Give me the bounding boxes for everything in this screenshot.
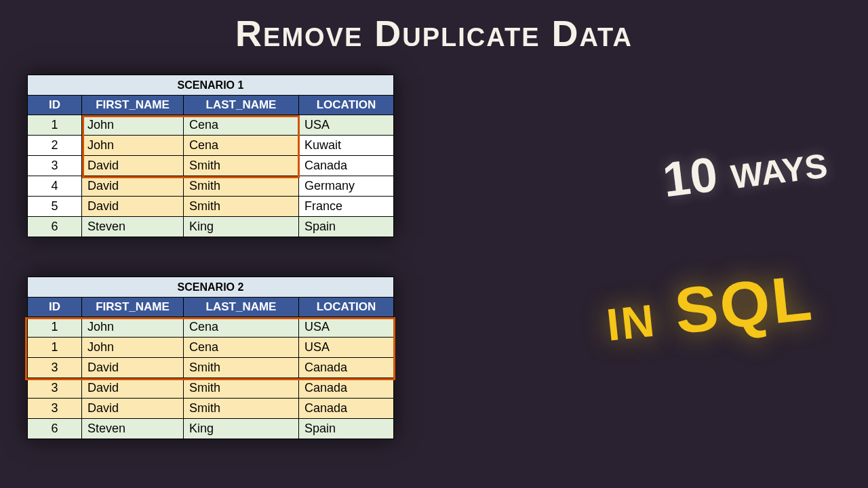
table-row: 1 John Cena USA (28, 338, 394, 358)
table-row: 3 David Smith Canada (28, 156, 394, 176)
page-title: Remove Duplicate Data (0, 0, 868, 54)
col-firstname: FIRST_NAME (82, 96, 184, 115)
table-row: 2 John Cena Kuwait (28, 136, 394, 156)
table-row: 6 Steven King Spain (28, 419, 394, 439)
table-row: 3 David Smith Canada (28, 358, 394, 378)
table-header-row: ID FIRST_NAME LAST_NAME LOCATION (28, 298, 394, 317)
col-location: LOCATION (299, 298, 394, 317)
table-row: 3 David Smith Canada (28, 399, 394, 419)
col-id: ID (28, 298, 82, 317)
scenario-1-label: SCENARIO 1 (28, 75, 394, 96)
scenario-2-label: SCENARIO 2 (28, 277, 394, 298)
table-row: 5 David Smith France (28, 197, 394, 217)
col-firstname: FIRST_NAME (82, 298, 184, 317)
table-row: 1 John Cena USA (28, 317, 394, 338)
scenario-2-table: SCENARIO 2 ID FIRST_NAME LAST_NAME LOCAT… (27, 277, 394, 439)
table-row: 1 John Cena USA (28, 115, 394, 136)
table-row: 3 David Smith Canada (28, 378, 394, 399)
table-row: 6 Steven King Spain (28, 217, 394, 237)
col-lastname: LAST_NAME (184, 96, 299, 115)
col-id: ID (28, 96, 82, 115)
col-location: LOCATION (299, 96, 394, 115)
scenario-1-table: SCENARIO 1 ID FIRST_NAME LAST_NAME LOCAT… (27, 75, 394, 237)
table-header-row: ID FIRST_NAME LAST_NAME LOCATION (28, 96, 394, 115)
callout-in-sql: in SQL (602, 260, 816, 355)
callout-ten-ways: 10 ways (660, 133, 830, 208)
table-row: 4 David Smith Germany (28, 176, 394, 197)
col-lastname: LAST_NAME (184, 298, 299, 317)
